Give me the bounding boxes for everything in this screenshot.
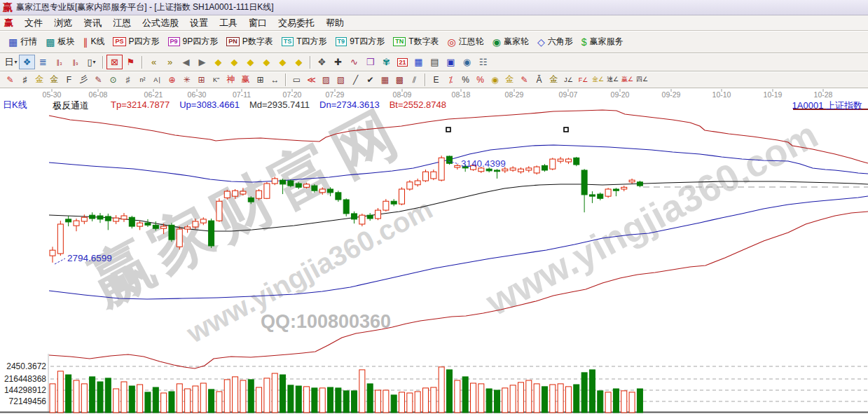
parallel-lines-tool-icon[interactable]: ⫽ — [408, 74, 421, 85]
channel-tool-icon[interactable]: Ā — [532, 74, 546, 85]
kline-3-icon[interactable]: ∥₃ — [52, 55, 67, 69]
menu-help[interactable]: 帮助 — [320, 15, 350, 31]
width-measure-tool-icon[interactable]: ↔ — [268, 74, 282, 85]
notes-icon[interactable]: ≣ — [36, 55, 50, 69]
toolbar-separator — [425, 74, 426, 86]
save-icon[interactable]: ▣ — [443, 55, 458, 69]
diamond-all-icon[interactable]: ◆ — [291, 55, 306, 69]
report-icon[interactable]: ▤ — [427, 55, 442, 69]
tb-t-table[interactable]: TNT数字表 — [389, 34, 443, 50]
tb-9t-square[interactable]: T99T四方形 — [331, 34, 390, 50]
tb-p-table[interactable]: PNP数字表 — [222, 34, 277, 50]
chart-layout-icon[interactable]: ❖ — [20, 55, 34, 69]
square-of-nine-tool-icon[interactable]: n² — [136, 74, 149, 85]
diamond-updown-icon[interactable]: ◆ — [275, 55, 290, 69]
grid-dense-tool-icon[interactable]: ▩ — [393, 74, 406, 85]
pan-hand-icon[interactable]: ✥ — [315, 55, 329, 69]
calculator-icon[interactable]: ▦ — [411, 55, 426, 69]
diamond-expand-icon[interactable]: ◆ — [243, 55, 258, 69]
menu-trade[interactable]: 交易委托 — [273, 15, 320, 31]
candle-draw-tool-icon[interactable]: ✎ — [518, 74, 531, 85]
print-icon[interactable]: ☷ — [476, 55, 490, 69]
wave5-tool-icon[interactable]: 彡 — [77, 74, 90, 85]
menu-gann[interactable]: 江恩 — [107, 15, 137, 31]
calendar-icon[interactable]: 21 — [395, 55, 410, 69]
tb-9p-square-icon: P9 — [168, 37, 180, 46]
tb-9p-square[interactable]: P99P四方形 — [164, 34, 223, 50]
pencil-tool-icon[interactable]: ✎ — [4, 74, 17, 85]
percent7-tool-icon[interactable]: ⁒ — [444, 74, 457, 85]
red-pencil-tool-icon[interactable]: ✎ — [92, 74, 105, 85]
tb-sectors[interactable]: ▩板块 — [41, 34, 78, 50]
nav-prev-icon[interactable]: ◀ — [179, 55, 193, 69]
e-measure-tool-icon[interactable]: Ε — [429, 74, 443, 85]
gann-box-tool-icon[interactable]: ⊞ — [195, 74, 208, 85]
gann-box2-tool-icon[interactable]: ▨ — [319, 74, 333, 85]
angle-four-tool-icon[interactable]: 四∠ — [635, 74, 649, 85]
menu-settings[interactable]: 设置 — [184, 15, 214, 31]
candle-style-dropdown-icon[interactable]: ▯▾ — [84, 55, 99, 69]
gold-parallel-tool-icon[interactable]: 金 — [547, 74, 560, 85]
gann-circle-tool-icon[interactable]: ⊕ — [165, 74, 179, 85]
shen-tool-icon[interactable]: 神 — [224, 74, 237, 85]
angle-gold-tool-icon[interactable]: 金∠ — [591, 74, 605, 85]
diamond-shift-left-icon[interactable]: ◆ — [211, 55, 226, 69]
tb-kline[interactable]: ∥K线 — [78, 34, 109, 50]
angle-j-tool-icon[interactable]: J∠ — [562, 74, 575, 85]
diamond-contract-icon[interactable]: ◆ — [259, 55, 274, 69]
menu-browse[interactable]: 浏览 — [48, 15, 78, 31]
grid-fill-tool-icon[interactable]: ▦ — [378, 74, 392, 85]
cycle-tool-icon[interactable]: ⊙ — [106, 74, 120, 85]
menu-news[interactable]: 资讯 — [78, 15, 107, 31]
gann-grid-tool-icon[interactable]: ♯ — [18, 74, 32, 85]
golden-ratio-tool-icon[interactable]: 金 — [48, 74, 61, 85]
ying-tool-icon[interactable]: 赢 — [239, 74, 252, 85]
fibonacci-tool-icon[interactable]: F — [62, 74, 76, 85]
nav-next-icon[interactable]: ▶ — [195, 55, 209, 69]
pattern-select-icon[interactable]: ⊠ — [107, 55, 122, 69]
tb-t-square[interactable]: TST四方形 — [277, 34, 331, 50]
angle-speed-tool-icon[interactable]: 速∠ — [606, 74, 619, 85]
tb-quotes[interactable]: ▦行情 — [4, 34, 41, 50]
diamond-shift-right-icon[interactable]: ◆ — [227, 55, 242, 69]
chart-canvas[interactable]: 2450.36722164483681442989127214945605-30… — [0, 88, 868, 414]
tb-gann-wheel[interactable]: ◎江恩轮 — [443, 34, 488, 50]
menu-formula-select[interactable]: 公式选股 — [137, 15, 184, 31]
wave-tool-icon[interactable]: ∿ — [347, 55, 361, 69]
spider-web-tool-icon[interactable]: ✳ — [180, 74, 193, 85]
menu-tools[interactable]: 工具 — [214, 15, 243, 31]
capture-icon[interactable]: ◉ — [460, 55, 474, 69]
note-tool-icon[interactable]: K" — [209, 74, 223, 85]
color-flag-icon[interactable]: ⚑ — [123, 55, 138, 69]
tb-t-square-icon: TS — [282, 37, 294, 46]
menu-file[interactable]: 文件 — [19, 15, 48, 31]
angle-ying-tool-icon[interactable]: 赢∠ — [621, 74, 634, 85]
gold-line-tool-icon[interactable]: 金 — [503, 74, 516, 85]
fractal-tool-icon[interactable]: ✾ — [379, 55, 394, 69]
menu-window[interactable]: 窗口 — [243, 15, 273, 31]
crosshair-icon[interactable]: ✚ — [331, 55, 345, 69]
percent-line-tool-icon[interactable]: % — [474, 74, 487, 85]
angle-line-tool-icon[interactable]: A∣ — [151, 74, 164, 85]
time-grid-tool-icon[interactable]: ♯ — [121, 74, 135, 85]
angle-f-tool-icon[interactable]: F∠ — [577, 74, 590, 85]
golden-section-tool-icon[interactable]: 金 — [33, 74, 46, 85]
period-day-dropdown-icon[interactable]: 日▾ — [4, 55, 18, 69]
number-grid-tool-icon[interactable]: ⊞ — [254, 74, 267, 85]
gold-circle-tool-icon[interactable]: ◉ — [488, 74, 502, 85]
tb-p-square[interactable]: PSP四方形 — [109, 34, 163, 50]
select-box-tool-icon[interactable]: ▭ — [290, 74, 303, 85]
tb-winner-wheel[interactable]: ◉赢家轮 — [488, 34, 533, 50]
pattern-box-icon[interactable]: ❒ — [363, 55, 378, 69]
trend-line-tool-icon[interactable]: ╱ — [349, 74, 362, 85]
speed-fan-tool-icon[interactable]: ≪ — [305, 74, 318, 85]
tb-winner-service[interactable]: $赢家服务 — [577, 34, 628, 50]
nav-last-icon[interactable]: » — [163, 55, 177, 69]
percent-tool-icon[interactable]: % — [459, 74, 472, 85]
kline-9-icon[interactable]: ∥₉ — [68, 55, 83, 69]
hatch-box-tool-icon[interactable]: ▧ — [334, 74, 347, 85]
nav-first-icon[interactable]: « — [146, 55, 161, 69]
tb-hexagon[interactable]: ◇六角形 — [533, 34, 577, 50]
wave-check-tool-icon[interactable]: ✔ — [364, 74, 377, 85]
date-tick-label: 07-29 — [326, 90, 345, 99]
